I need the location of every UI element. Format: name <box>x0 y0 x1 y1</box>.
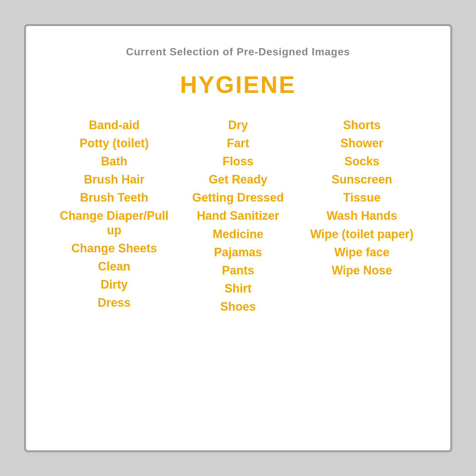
list-item: Shirt <box>224 281 251 295</box>
list-item: Shoes <box>220 299 256 314</box>
list-item: Dry <box>228 118 248 132</box>
list-item: Sunscreen <box>331 172 392 186</box>
list-item: Brush Hair <box>84 172 144 186</box>
list-item: Fart <box>227 136 249 150</box>
page-title: Current Selection of Pre-Designed Images <box>126 46 350 58</box>
column-1: Band-aidPotty (toilet)BathBrush HairBrus… <box>52 118 176 431</box>
list-item: Shorts <box>343 118 380 132</box>
list-item: Socks <box>344 154 379 168</box>
main-card: Current Selection of Pre-Designed Images… <box>24 24 452 452</box>
list-item: Dress <box>98 295 130 310</box>
column-2: DryFartFlossGet ReadyGetting DressedHand… <box>176 118 300 431</box>
columns-container: Band-aidPotty (toilet)BathBrush HairBrus… <box>52 118 424 431</box>
list-item: Brush Teeth <box>80 190 148 205</box>
list-item: Wipe face <box>334 245 390 259</box>
list-item: Potty (toilet) <box>80 136 149 150</box>
section-title: HYGIENE <box>180 71 296 98</box>
list-item: Shower <box>340 136 383 150</box>
list-item: Change Sheets <box>71 241 157 255</box>
list-item: Get Ready <box>209 172 267 186</box>
list-item: Clean <box>98 259 130 273</box>
column-3: ShortsShowerSocksSunscreenTissueWash Han… <box>300 118 424 431</box>
list-item: Medicine <box>212 227 263 241</box>
list-item: Wash Hands <box>326 209 397 223</box>
list-item: Dirty <box>100 277 127 292</box>
list-item: Tissue <box>343 190 380 205</box>
list-item: Band-aid <box>89 118 139 132</box>
list-item: Getting Dressed <box>192 190 284 205</box>
list-item: Pants <box>222 263 254 277</box>
list-item: Bath <box>101 154 127 168</box>
list-item: Wipe Nose <box>332 263 392 277</box>
list-item: Floss <box>222 154 253 168</box>
list-item: Change Diaper/Pull up <box>52 209 176 237</box>
list-item: Wipe (toilet paper) <box>310 227 414 241</box>
list-item: Hand Sanitizer <box>197 209 279 223</box>
list-item: Pajamas <box>214 245 262 259</box>
